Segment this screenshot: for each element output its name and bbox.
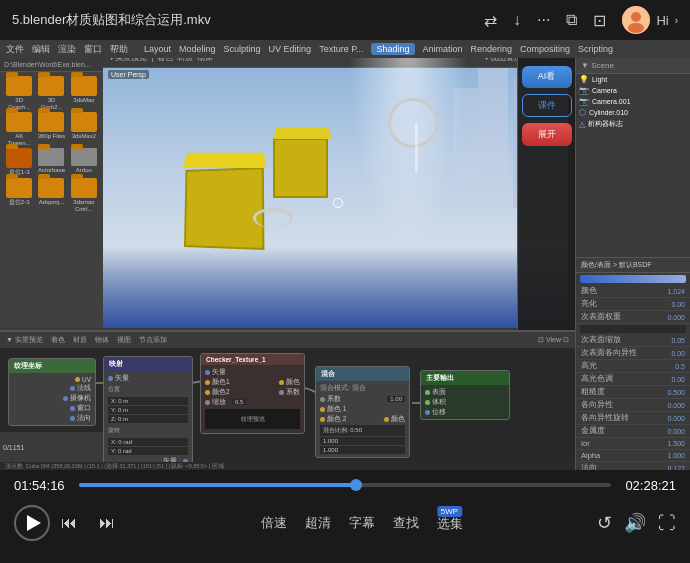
3d-cursor — [333, 198, 343, 208]
play-icon — [27, 515, 41, 531]
pip-icon[interactable]: ⧉ — [566, 11, 577, 29]
menu-edit[interactable]: 编辑 — [32, 43, 50, 56]
tree-item-camera2[interactable]: 📷 Camera.001 — [576, 96, 690, 107]
svg-point-2 — [628, 23, 644, 33]
tab-sculpting[interactable]: Sculpting — [224, 44, 261, 54]
list-item[interactable]: 盘位1-3 — [4, 148, 34, 176]
prop-row: 各向异性 0.000 — [576, 399, 690, 412]
list-item[interactable]: Arduo — [69, 148, 99, 176]
list-item[interactable]: 盘位2-3 — [4, 178, 34, 212]
tab-layout[interactable]: Layout — [144, 44, 171, 54]
avatar — [622, 6, 650, 34]
3d-box-small-top — [274, 128, 332, 139]
3d-box-small — [273, 138, 328, 198]
tab-uv[interactable]: UV Editing — [269, 44, 312, 54]
prop-row: 次表面各向异性 0.00 — [576, 347, 690, 360]
prop-row: 各向异性旋转 0.000 — [576, 412, 690, 425]
viewport-label: User Persp — [108, 70, 149, 79]
tab-texture[interactable]: Texture P... — [319, 44, 363, 54]
folder-icon — [71, 178, 97, 198]
tab-animation[interactable]: Animation — [423, 44, 463, 54]
ai-look-btn[interactable]: AI看 — [522, 66, 572, 88]
tree-item-camera[interactable]: 📷 Camera — [576, 85, 690, 96]
tab-compositing[interactable]: Compositing — [520, 44, 570, 54]
tree-item-mesh[interactable]: △ 析构器标志 — [576, 118, 690, 130]
ground-plane — [103, 248, 568, 328]
speed-button[interactable]: 倍速 — [261, 514, 287, 532]
tree-item-cylinder[interactable]: ⬡ Cylinder.010 — [576, 107, 690, 118]
fullscreen-icon[interactable]: ⊡ — [593, 11, 606, 30]
folder-icon — [38, 76, 64, 96]
tab-shading[interactable]: Shading — [371, 43, 414, 55]
tab-rendering[interactable]: Rendering — [471, 44, 513, 54]
folder-icon — [6, 112, 32, 132]
folder-label: Arduo — [76, 167, 92, 174]
list-item[interactable]: Actorbase — [36, 148, 66, 176]
prop-row: Ior 1.500 — [576, 438, 690, 450]
bg-building-1 — [478, 68, 508, 188]
more-icon[interactable]: ··· — [537, 11, 550, 29]
menu-render[interactable]: 渲染 — [58, 43, 76, 56]
top-bar-icons: ⇄ ↓ ··· ⧉ ⊡ Hi › — [484, 6, 678, 34]
right-properties-panel: ▼ Scene 💡 Light 📷 Camera 📷 Camera.001 ⬡ … — [575, 58, 690, 470]
select-button[interactable]: 选集 — [437, 516, 463, 531]
prev-button[interactable]: ⏮ — [54, 508, 84, 538]
ai-courseware-btn[interactable]: 课件 — [522, 94, 572, 118]
next-button[interactable]: ⏭ — [92, 508, 122, 538]
menu-help[interactable]: 帮助 — [110, 43, 128, 56]
subtitle-button[interactable]: 字幕 — [349, 514, 375, 532]
list-item[interactable]: 3D Grph2... — [36, 76, 66, 110]
hi-chevron: › — [675, 15, 678, 26]
node-texture-coord: 纹理坐标 UV 法线 摄像机 窗口 法向 — [8, 358, 96, 426]
expand-icon[interactable]: ⛶ — [658, 513, 676, 534]
prop-row: 高光 0.5 — [576, 360, 690, 373]
time-total: 02:28:21 — [621, 478, 676, 493]
menu-file[interactable]: 文件 — [6, 43, 24, 56]
quality-button[interactable]: 超清 — [305, 514, 331, 532]
sub-surface-bar — [580, 325, 686, 333]
menu-window[interactable]: 窗口 — [84, 43, 102, 56]
node-toolbar-item[interactable]: ▼ 实景预览 — [6, 335, 43, 345]
node-toolbar-item[interactable]: 材质 — [73, 335, 87, 345]
tree-item-light[interactable]: 💡 Light — [576, 74, 690, 85]
far-right-controls: ↺ 🔊 ⛶ — [597, 512, 676, 534]
list-item[interactable]: 3dsMax2 — [69, 112, 99, 146]
node-mix: 混合 混合模式: 混合 系数 1.00 颜色 1 颜色 2 颜色 混合比例: 0… — [315, 366, 410, 458]
avatar-container[interactable]: Hi › — [622, 6, 678, 34]
prop-row: 颜色 1.024 — [576, 285, 690, 298]
search-button[interactable]: 查找 — [393, 514, 419, 532]
list-item[interactable]: 3dsmax Cntrl... — [69, 178, 99, 212]
playback-row: ⏮ ⏭ 倍速 超清 字幕 查找 5WP 选集 ↺ 🔊 ⛶ — [0, 500, 690, 546]
list-item[interactable]: AK Tween... — [4, 112, 34, 146]
node-toolbar-item[interactable]: 物体 — [95, 335, 109, 345]
blender-menubar: 文件 编辑 渲染 窗口 帮助 Layout Modeling Sculpting… — [0, 40, 690, 58]
refresh-icon[interactable]: ↺ — [597, 512, 612, 534]
list-item[interactable]: 3D Graph... — [4, 76, 34, 110]
tab-scripting[interactable]: Scripting — [578, 44, 613, 54]
tab-modeling[interactable]: Modeling — [179, 44, 216, 54]
ai-expand-btn[interactable]: 展开 — [522, 123, 572, 146]
list-item[interactable]: Adsproj... — [36, 178, 66, 212]
download-icon[interactable]: ↓ — [513, 11, 521, 29]
left-panel: D:\Blender\Word\Exe.blen... 3D Graph... … — [0, 58, 103, 328]
node-toolbar-add[interactable]: 节点添加 — [139, 335, 167, 345]
folder-label: 3dsMax2 — [72, 133, 96, 140]
node-toolbar-item[interactable]: 视图 — [117, 335, 131, 345]
node-main-output: 主要输出 表面 体积 位移 — [420, 370, 510, 420]
prop-row: 法向 0.127 — [576, 462, 690, 470]
share-icon[interactable]: ⇄ — [484, 11, 497, 30]
folder-icon — [71, 76, 97, 96]
volume-icon[interactable]: 🔊 — [624, 512, 646, 534]
prop-row: 亮化 0.00 — [576, 298, 690, 311]
progress-filled — [79, 483, 356, 487]
progress-track[interactable] — [79, 483, 611, 487]
list-item[interactable]: 3dsMax — [69, 76, 99, 110]
folder-label: Adsproj... — [39, 199, 64, 206]
svg-point-1 — [631, 12, 641, 22]
props-header: 颜色/表面 > 默认BSDF — [576, 258, 690, 273]
video-title: 5.blender材质贴图和综合运用.mkv — [12, 11, 472, 29]
file-icon — [38, 148, 64, 166]
play-button[interactable] — [14, 505, 50, 541]
node-toolbar-item[interactable]: 着色 — [51, 335, 65, 345]
list-item[interactable]: 360p Files — [36, 112, 66, 146]
